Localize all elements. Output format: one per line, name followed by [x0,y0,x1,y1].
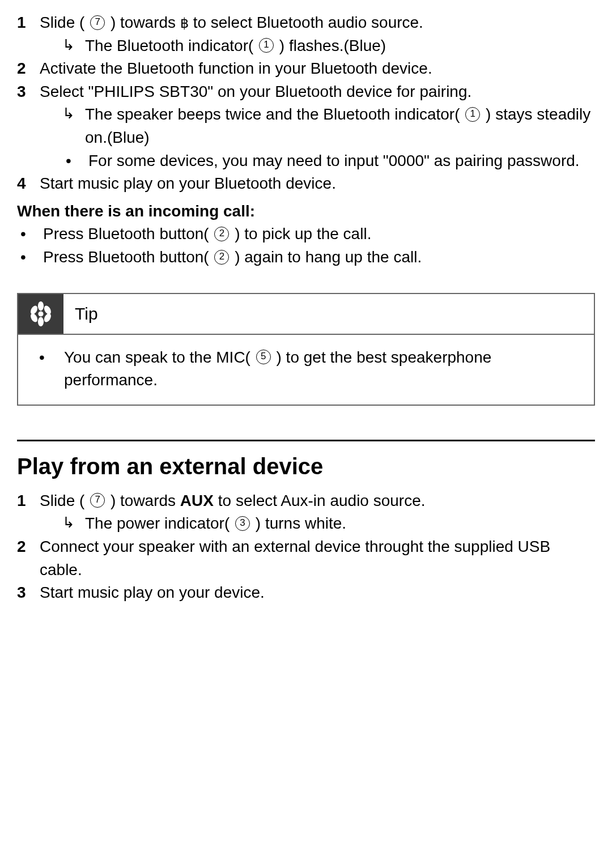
sub-steps: ↳ The Bluetooth indicator( 1 ) flashes.(… [40,35,595,58]
step-number: 3 [17,581,40,605]
text: You can speak to the MIC( 5 ) to get the… [64,346,580,392]
svg-point-3 [42,304,52,315]
circled-3-icon: 3 [235,516,250,531]
text: Slide ( [40,492,89,509]
text: The Bluetooth indicator( 1 ) flashes.(Bl… [85,35,595,58]
text: ) towards [106,14,180,31]
step-body: Slide ( 7 ) towards ฿ to select Bluetoot… [40,11,595,57]
svg-point-4 [29,312,39,323]
aux-steps: 1 Slide ( 7 ) towards AUX to select Aux-… [17,490,595,605]
section-heading: Play from an external device [17,454,595,479]
step-number: 1 [17,11,40,57]
circled-7-icon: 7 [90,15,105,30]
result-row: ↳ The speaker beeps twice and the Blueto… [62,103,595,149]
manual-page: 1 Slide ( 7 ) towards ฿ to select Blueto… [0,0,612,868]
circled-2-icon: 2 [214,250,229,265]
incoming-call-heading: When there is an incoming call: [17,200,595,223]
svg-point-5 [29,304,39,315]
circled-5-icon: 5 [256,350,271,364]
list-item: • Press Bluetooth button( 2 ) to pick up… [17,223,595,246]
step-2: 2 Connect your speaker with an external … [17,535,595,581]
asterisk-icon [28,301,54,327]
text: The power indicator( 3 ) turns white. [85,512,595,535]
text: The speaker beeps twice and the Bluetoot… [85,103,595,149]
step-number: 3 [17,80,40,172]
step-body: Activate the Bluetooth function in your … [40,57,595,80]
step-number: 1 [17,490,40,535]
bluetooth-steps: 1 Slide ( 7 ) towards ฿ to select Blueto… [17,11,595,195]
arrow-icon: ↳ [62,512,85,535]
circled-1-icon: 1 [259,38,274,53]
step-1: 1 Slide ( 7 ) towards ฿ to select Blueto… [17,11,595,57]
step-number: 2 [17,57,40,80]
step-3: 3 Start music play on your device. [17,581,595,605]
bluetooth-icon: ฿ [180,15,189,31]
step-body: Start music play on your Bluetooth devic… [40,172,595,195]
arrow-icon: ↳ [62,35,85,58]
circled-7-icon: 7 [90,493,105,508]
bullet-icon: • [17,246,43,269]
incoming-call-list: • Press Bluetooth button( 2 ) to pick up… [17,223,595,269]
step-4: 4 Start music play on your Bluetooth dev… [17,172,595,195]
result-row: ↳ The power indicator( 3 ) turns white. [62,512,595,535]
bullet-icon: • [32,346,64,392]
svg-point-2 [38,317,44,326]
sub-steps: ↳ The power indicator( 3 ) turns white. [40,512,595,535]
text: to select Bluetooth audio source. [189,14,423,31]
step-3: 3 Select "PHILIPS SBT30" on your Bluetoo… [17,80,595,172]
tip-title: Tip [63,304,98,324]
circled-1-icon: 1 [465,107,480,122]
text: Press Bluetooth button( 2 ) to pick up t… [43,223,595,246]
tip-header: Tip [18,294,594,335]
list-item: • Press Bluetooth button( 2 ) again to h… [17,246,595,269]
text: ) towards [106,492,180,509]
text: Select "PHILIPS SBT30" on your Bluetooth… [40,83,471,100]
list-item: • You can speak to the MIC( 5 ) to get t… [32,346,580,392]
tip-content: • You can speak to the MIC( 5 ) to get t… [18,335,594,405]
tip-list: • You can speak to the MIC( 5 ) to get t… [32,346,580,392]
bullet-icon: • [62,150,88,173]
circled-2-icon: 2 [214,227,229,241]
section-divider [17,440,595,441]
step-body: Slide ( 7 ) towards AUX to select Aux-in… [40,490,595,535]
svg-point-6 [42,312,52,323]
sub-steps: ↳ The speaker beeps twice and the Blueto… [40,103,595,172]
bullet-icon: • [17,223,43,246]
step-2: 2 Activate the Bluetooth function in you… [17,57,595,80]
text: to select Aux-in audio source. [214,492,426,509]
svg-point-1 [38,301,44,310]
step-body: Connect your speaker with an external de… [40,535,595,581]
step-1: 1 Slide ( 7 ) towards AUX to select Aux-… [17,490,595,535]
note-row: • For some devices, you may need to inpu… [62,150,595,173]
step-body: Start music play on your device. [40,581,595,605]
arrow-icon: ↳ [62,103,85,149]
tip-icon-box [18,294,63,334]
text: Slide ( [40,14,89,31]
text: Press Bluetooth button( 2 ) again to han… [43,246,595,269]
step-number: 4 [17,172,40,195]
step-number: 2 [17,535,40,581]
tip-box: Tip • You can speak to the MIC( 5 ) to g… [17,293,595,406]
aux-label: AUX [180,492,214,509]
svg-point-0 [38,311,43,316]
result-row: ↳ The Bluetooth indicator( 1 ) flashes.(… [62,35,595,58]
step-body: Select "PHILIPS SBT30" on your Bluetooth… [40,80,595,172]
text: For some devices, you may need to input … [88,150,595,173]
